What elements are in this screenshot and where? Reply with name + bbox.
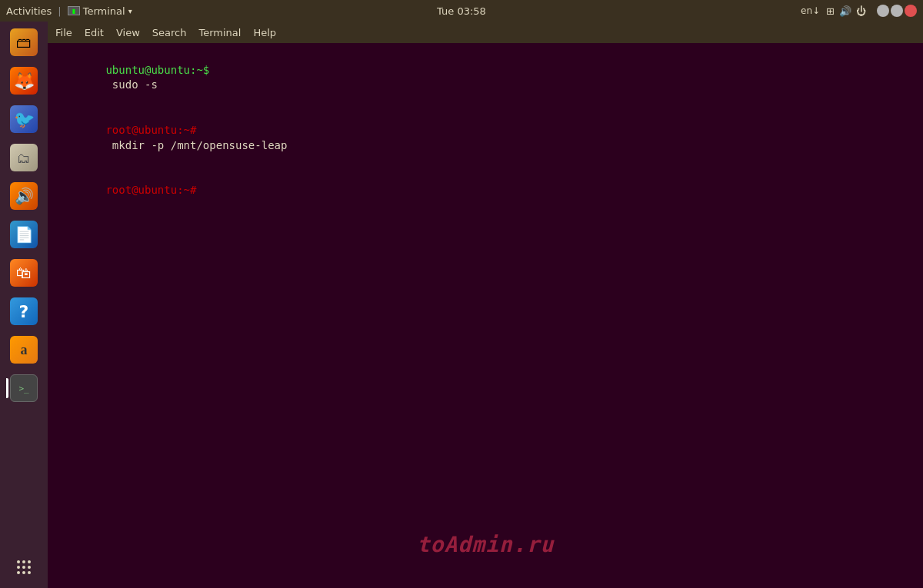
dock-item-thunderbird[interactable]: 🐦 <box>6 101 42 137</box>
main-layout: 🗃 🦊 🐦 🗂 🔊 📄 🛍 ? a <box>0 22 923 588</box>
term-root-prompt-3: root@ubuntu:~# <box>105 184 196 196</box>
dock-item-writer[interactable]: 📄 <box>6 217 42 252</box>
help-icon: ? <box>10 297 38 325</box>
terminal-indicator[interactable]: ▮ Terminal ▾ <box>68 5 132 17</box>
firefox-icon: 🦊 <box>10 67 38 95</box>
filemanager-icon: 🗂 <box>10 144 38 171</box>
terminal-line-1: ubuntu@ubuntu:~$ sudo -s <box>54 48 917 108</box>
menu-file[interactable]: File <box>55 27 72 38</box>
dock-item-files[interactable]: 🗃 <box>6 25 42 60</box>
window-controls <box>877 5 917 17</box>
svg-point-4 <box>22 566 25 569</box>
sound-icon: 🔊 <box>10 182 38 210</box>
files-icon: 🗃 <box>10 28 38 56</box>
terminal-line-2: root@ubuntu:~# mkdir -p /mnt/opensuse-le… <box>54 108 917 168</box>
system-icons: ⊞ 🔊 ⏻ <box>826 5 866 17</box>
datetime-display: Tue 03:58 <box>437 5 486 17</box>
power-icon[interactable]: ⏻ <box>856 5 866 17</box>
svg-point-2 <box>28 560 31 563</box>
dock-item-help[interactable]: ? <box>6 294 42 329</box>
terminal-indicator-label: Terminal <box>83 5 125 17</box>
dock-item-show-apps[interactable] <box>6 553 42 588</box>
dropdown-arrow: ▾ <box>128 7 132 15</box>
svg-point-7 <box>22 571 25 574</box>
top-system-bar: Activities | ▮ Terminal ▾ Tue 03:58 en↓ … <box>0 0 923 22</box>
svg-point-5 <box>28 566 31 569</box>
dock-item-filemanager[interactable]: 🗂 <box>6 140 42 175</box>
svg-point-3 <box>17 566 20 569</box>
dock-item-sound[interactable]: 🔊 <box>6 178 42 214</box>
term-cmd-2: mkdir -p /mnt/opensuse-leap <box>105 139 287 151</box>
term-cursor <box>105 199 112 211</box>
terminal-dock-icon: >_ <box>10 374 38 402</box>
appstore-icon: 🛍 <box>10 259 38 287</box>
maximize-button[interactable] <box>891 5 903 17</box>
top-bar-right: en↓ ⊞ 🔊 ⏻ <box>801 5 917 17</box>
volume-icon[interactable]: 🔊 <box>839 5 851 17</box>
dock-item-appstore[interactable]: 🛍 <box>6 255 42 291</box>
network-icon[interactable]: ⊞ <box>826 5 835 17</box>
dock-item-amazon[interactable]: a <box>6 332 42 367</box>
terminal-window[interactable]: File Edit View Search Terminal Help ubun… <box>48 22 923 588</box>
show-apps-icon <box>10 553 38 581</box>
terminal-menubar: File Edit View Search Terminal Help <box>48 22 923 43</box>
menu-terminal[interactable]: Terminal <box>198 27 241 38</box>
watermark: toAdmin.ru <box>417 532 555 557</box>
amazon-icon: a <box>10 336 38 364</box>
term-root-prompt-2: root@ubuntu:~# <box>105 124 196 136</box>
minimize-button[interactable] <box>877 5 889 17</box>
writer-icon: 📄 <box>10 221 38 248</box>
menu-search[interactable]: Search <box>152 27 187 38</box>
menu-view[interactable]: View <box>116 27 140 38</box>
dock-item-terminal[interactable]: >_ <box>6 370 42 406</box>
thunderbird-icon: 🐦 <box>10 105 38 133</box>
close-button[interactable] <box>905 5 917 17</box>
language-indicator[interactable]: en↓ <box>801 5 820 16</box>
top-bar-left: Activities | ▮ Terminal ▾ <box>6 5 132 17</box>
dock-item-firefox[interactable]: 🦊 <box>6 63 42 98</box>
menu-help[interactable]: Help <box>253 27 276 38</box>
svg-point-1 <box>22 560 25 563</box>
term-cmd-1: sudo -s <box>105 78 157 91</box>
menu-edit[interactable]: Edit <box>85 27 104 38</box>
svg-point-0 <box>17 560 20 563</box>
term-user-prompt-1: ubuntu@ubuntu:~$ <box>105 64 209 76</box>
svg-point-8 <box>28 571 31 574</box>
svg-point-6 <box>17 571 20 574</box>
activities-button[interactable]: Activities <box>6 5 52 17</box>
terminal-indicator-icon: ▮ <box>68 6 80 15</box>
terminal-content[interactable]: ubuntu@ubuntu:~$ sudo -s root@ubuntu:~# … <box>48 43 923 588</box>
terminal-line-3: root@ubuntu:~# <box>54 168 917 228</box>
sidebar-dock: 🗃 🦊 🐦 🗂 🔊 📄 🛍 ? a <box>0 22 48 588</box>
